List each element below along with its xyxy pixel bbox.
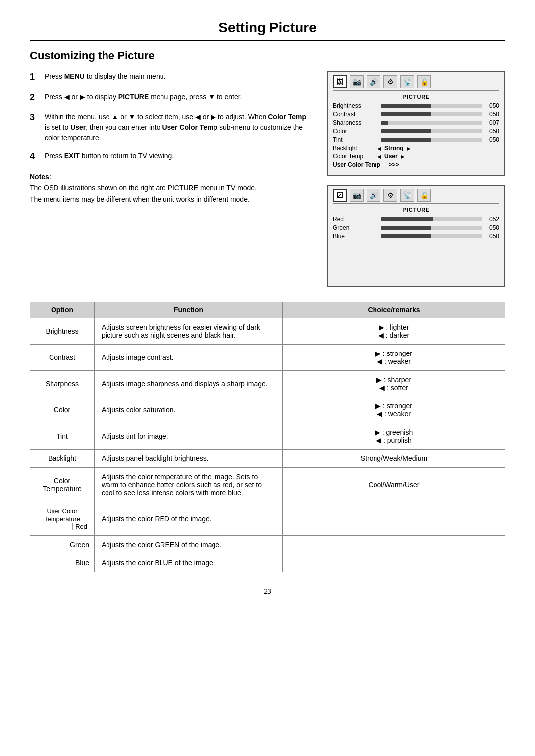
osd2-icon-audio: 🔊: [367, 189, 380, 202]
steps-list: 1 Press MENU to display the main menu. 2…: [30, 71, 312, 163]
option-color: Color: [30, 397, 95, 423]
step-2: 2 Press ◀ or ▶ to display PICTURE menu p…: [30, 92, 312, 104]
option-backlight: Backlight: [30, 450, 95, 468]
option-sharpness: Sharpness: [30, 371, 95, 397]
choice-user-red: [283, 502, 505, 536]
osd2-icon-channel: 📡: [400, 189, 414, 202]
osd-bar-red: [381, 217, 482, 221]
function-user-blue: Adjusts the color BLUE of the image.: [95, 554, 283, 572]
osd-name-contrast: Contrast: [333, 111, 377, 118]
choice-contrast: ▶ : stronger◀ : weaker: [283, 345, 505, 371]
function-backlight: Adjusts panel backlight brightness.: [95, 450, 283, 468]
page-title: Setting Picture: [30, 20, 505, 41]
table-header-choice: Choice/remarks: [283, 302, 505, 318]
osd-name-green: Green: [333, 224, 377, 231]
osd-row-blue: Blue 050: [333, 233, 499, 240]
colortemp-left-arrow: ◀: [377, 154, 381, 159]
table-row-user-red: User ColorTemperature Red Adjusts the co…: [30, 502, 505, 536]
osd-value-sharpness: 007: [485, 119, 499, 126]
step-1: 1 Press MENU to display the main menu.: [30, 71, 312, 84]
osd-screen-1: 🖼 📷 🔊 ⚙ 📡 🔒 PICTURE Brightness 050 Contr…: [327, 71, 505, 176]
osd2-icon-camera: 📷: [350, 189, 364, 202]
osd-row-green: Green 050: [333, 224, 499, 231]
osd-value-contrast: 050: [485, 111, 499, 118]
osd-value-red: 052: [485, 216, 499, 223]
table-row-tint: Tint Adjusts tint for image. ▶ : greenis…: [30, 423, 505, 450]
function-user-red: Adjusts the color RED of the image.: [95, 502, 283, 536]
option-tint: Tint: [30, 423, 95, 450]
osd-name-blue: Blue: [333, 233, 377, 240]
osd-name-tint: Tint: [333, 136, 377, 143]
osd-label-1: PICTURE: [333, 94, 499, 100]
osd-row-colortemp: Color Temp ◀ User ▶: [333, 153, 499, 160]
function-color: Adjusts color saturation.: [95, 397, 283, 423]
notes-title: Notes: [30, 173, 49, 181]
osd-value-color: 050: [485, 128, 499, 135]
step-number-1: 1: [30, 70, 40, 84]
step-3: 3 Within the menu, use ▲ or ▼ to select …: [30, 112, 312, 143]
osd-value-blue: 050: [485, 233, 499, 240]
osd2-icon-settings: ⚙: [383, 189, 397, 202]
colortemp-value: User: [384, 153, 398, 160]
osd-value-brightness: 050: [485, 102, 499, 109]
osd-name-color: Color: [333, 128, 377, 135]
function-tint: Adjusts tint for image.: [95, 423, 283, 450]
function-colortemp: Adjusts the color temperature of the ima…: [95, 468, 283, 502]
table-header-option: Option: [30, 302, 95, 318]
notes-line-1: The OSD illustrations shown on the right…: [30, 184, 257, 192]
choice-tint: ▶ : greenish◀ : purplish: [283, 423, 505, 450]
step-text-4: Press EXIT button to return to TV viewin…: [45, 151, 312, 161]
osd2-icon-picture: 🖼: [333, 189, 347, 202]
osd-row-tint: Tint 050: [333, 136, 499, 143]
osd-screens-panel: 🖼 📷 🔊 ⚙ 📡 🔒 PICTURE Brightness 050 Contr…: [327, 71, 505, 287]
step-number-3: 3: [30, 111, 40, 124]
option-user-blue: Blue: [30, 554, 95, 572]
osd-label-2: PICTURE: [333, 207, 499, 213]
main-content: 1 Press MENU to display the main menu. 2…: [30, 71, 505, 287]
step-number-4: 4: [30, 150, 40, 163]
options-table: Option Function Choice/remarks Brightnes…: [30, 302, 505, 572]
backlight-value: Strong: [384, 145, 404, 151]
backlight-right-arrow: ▶: [407, 146, 411, 151]
osd-name-brightness: Brightness: [333, 102, 377, 109]
osd-row-brightness: Brightness 050: [333, 102, 499, 109]
osd-row-red: Red 052: [333, 216, 499, 223]
osd-icon-lock: 🔒: [417, 75, 431, 88]
osd-screen-2: 🖼 📷 🔊 ⚙ 📡 🔒 PICTURE Red 052 Green: [327, 185, 505, 287]
osd-name-red: Red: [333, 216, 377, 223]
table-row-contrast: Contrast Adjusts image contrast. ▶ : str…: [30, 345, 505, 371]
backlight-left-arrow: ◀: [377, 146, 381, 151]
choice-user-green: [283, 536, 505, 554]
step-text-3: Within the menu, use ▲ or ▼ to select it…: [45, 112, 312, 143]
table-row-colortemp: ColorTemperature Adjusts the color tempe…: [30, 468, 505, 502]
function-contrast: Adjusts image contrast.: [95, 345, 283, 371]
table-row-backlight: Backlight Adjusts panel backlight bright…: [30, 450, 505, 468]
notes-line-2: The menu items may be different when the…: [30, 195, 250, 203]
osd-value-green: 050: [485, 224, 499, 231]
osd-name-backlight: Backlight: [333, 145, 377, 151]
osd-bar-contrast: [381, 112, 482, 116]
option-user-red: User ColorTemperature Red: [30, 502, 95, 536]
osd-bar-tint: [381, 138, 482, 142]
osd-icon-audio: 🔊: [367, 75, 380, 88]
table-row-sharpness: Sharpness Adjusts image sharpness and di…: [30, 371, 505, 397]
osd2-icon-lock: 🔒: [417, 189, 431, 202]
osd-bar-blue: [381, 234, 482, 238]
osd-value-tint: 050: [485, 136, 499, 143]
osd-bar-green: [381, 226, 482, 230]
osd-subrow-label: User Color Temp >>>: [333, 161, 399, 168]
osd-bar-sharpness: [381, 121, 482, 125]
choice-sharpness: ▶ : sharper◀ : softer: [283, 371, 505, 397]
section-title: Customizing the Picture: [30, 50, 505, 62]
table-row-brightness: Brightness Adjusts screen brightness for…: [30, 318, 505, 345]
step-text-1: Press MENU to display the main menu.: [45, 71, 312, 82]
choice-brightness: ▶ : lighter◀ : darker: [283, 318, 505, 345]
osd-bar-brightness: [381, 104, 482, 108]
choice-backlight: Strong/Weak/Medium: [283, 450, 505, 468]
function-brightness: Adjusts screen brightness for easier vie…: [95, 318, 283, 345]
option-colortemp: ColorTemperature: [30, 468, 95, 502]
step-number-2: 2: [30, 91, 40, 104]
step-4: 4 Press EXIT button to return to TV view…: [30, 151, 312, 163]
osd-name-colortemp: Color Temp: [333, 153, 377, 160]
osd-row-backlight: Backlight ◀ Strong ▶: [333, 145, 499, 151]
